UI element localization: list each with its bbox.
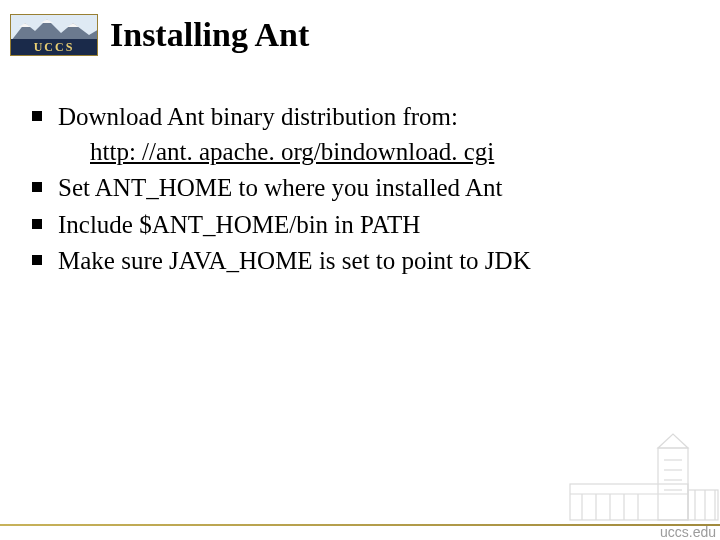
slide-title: Installing Ant	[110, 16, 309, 53]
bullet-text: Download Ant binary distribution from:	[58, 103, 458, 130]
list-item: Make sure JAVA_HOME is set to point to J…	[30, 244, 696, 279]
mountain-icon	[11, 15, 97, 39]
footer-site-text: uccs.edu	[660, 524, 716, 540]
uccs-logo: UCCS	[10, 14, 98, 56]
svg-marker-6	[658, 434, 688, 448]
bullet-text: Make sure JAVA_HOME is set to point to J…	[58, 247, 531, 274]
svg-rect-18	[688, 490, 718, 520]
list-item: Include $ANT_HOME/bin in PATH	[30, 208, 696, 243]
slide: UCCS Installing Ant Download Ant binary …	[0, 0, 720, 540]
bullet-sub: http: //ant. apache. org/bindownload. cg…	[58, 135, 696, 170]
footer-divider	[0, 524, 720, 526]
bullet-list: Download Ant binary distribution from: h…	[30, 100, 696, 279]
list-item: Set ANT_HOME to where you installed Ant	[30, 171, 696, 206]
download-link[interactable]: http: //ant. apache. org/bindownload. cg…	[90, 138, 494, 165]
slide-header: UCCS Installing Ant	[0, 0, 720, 66]
bullet-text: Set ANT_HOME to where you installed Ant	[58, 174, 502, 201]
slide-footer: uccs.edu	[0, 462, 720, 540]
svg-rect-11	[570, 484, 688, 520]
slide-content: Download Ant binary distribution from: h…	[0, 66, 720, 279]
bullet-text: Include $ANT_HOME/bin in PATH	[58, 211, 420, 238]
list-item: Download Ant binary distribution from: h…	[30, 100, 696, 169]
logo-text: UCCS	[11, 39, 97, 55]
